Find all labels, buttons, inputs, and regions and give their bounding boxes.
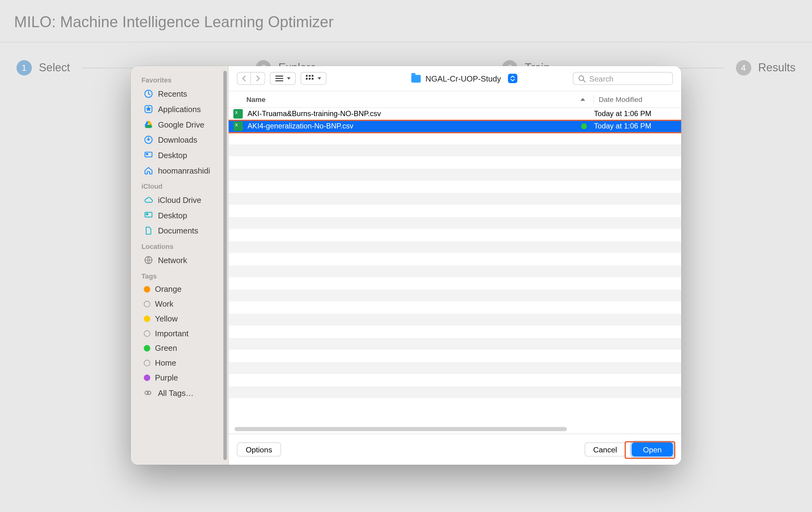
sidebar-item-desktop-icloud[interactable]: Desktop (133, 208, 226, 223)
svg-rect-12 (312, 75, 314, 77)
sidebar-tag-home[interactable]: Home (133, 356, 226, 371)
svg-rect-10 (306, 75, 308, 77)
sidebar-item-label: Applications (158, 105, 201, 114)
view-list-button[interactable] (270, 72, 296, 85)
search-icon (578, 75, 586, 82)
sidebar-item-label: All Tags… (158, 388, 194, 398)
sidebar-heading-favorites: Favorites (131, 72, 228, 86)
desktop-icon (144, 151, 153, 160)
file-list: AKI-Truama&Burns-training-NO-BNP.csv Tod… (229, 108, 681, 434)
file-name: AKI-Truama&Burns-training-NO-BNP.csv (248, 110, 381, 118)
sidebar-scrollbar[interactable] (223, 71, 227, 460)
sidebar-heading-locations: Locations (131, 238, 228, 252)
file-open-dialog: Favorites Recents Applications Google Dr… (131, 66, 681, 465)
file-name: AKI4-generalization-No-BNP.csv (248, 122, 353, 130)
sidebar-item-network[interactable]: Network (133, 252, 226, 268)
step-number: 4 (736, 60, 751, 76)
open-button[interactable]: Open (632, 442, 673, 457)
sidebar-tag-yellow[interactable]: Yellow (133, 311, 226, 326)
clock-icon (144, 89, 153, 99)
options-button[interactable]: Options (237, 442, 281, 457)
home-icon (144, 166, 153, 176)
sidebar-item-downloads[interactable]: Downloads (133, 132, 226, 147)
sidebar-item-desktop[interactable]: Desktop (133, 147, 226, 163)
sidebar-item-label: Desktop (158, 151, 187, 160)
sync-status-icon (581, 123, 587, 129)
sidebar-item-label: Green (155, 344, 177, 353)
svg-rect-4 (146, 153, 148, 155)
svg-rect-14 (309, 78, 311, 80)
view-grid-button[interactable] (300, 72, 326, 85)
globe-icon (144, 255, 153, 265)
sidebar-tag-purple[interactable]: Purple (133, 370, 226, 385)
sidebar-item-label: hoomanrashidi (158, 166, 210, 175)
sidebar-item-label: Desktop (158, 211, 187, 220)
sidebar-item-google-drive[interactable]: Google Drive (133, 117, 226, 132)
sort-indicator[interactable] (577, 98, 589, 101)
folder-icon (411, 75, 421, 82)
nav-back-button[interactable] (237, 72, 251, 85)
column-divider[interactable] (593, 95, 594, 104)
tag-dot-icon (144, 375, 150, 381)
all-tags-icon (144, 388, 153, 398)
nav-forward-button[interactable] (251, 72, 265, 85)
download-icon (144, 135, 153, 144)
search-input[interactable]: Search (573, 72, 673, 85)
tag-dot-icon (144, 360, 150, 366)
sidebar-all-tags[interactable]: All Tags… (133, 385, 226, 401)
google-drive-icon (144, 120, 153, 129)
sidebar-item-label: Network (158, 256, 187, 265)
sidebar-item-applications[interactable]: Applications (133, 102, 226, 117)
chevron-down-icon (317, 77, 321, 80)
sidebar-item-label: iCloud Drive (158, 195, 201, 205)
tag-dot-icon (144, 316, 150, 322)
cancel-button[interactable]: Cancel (584, 442, 626, 457)
folder-dropdown-icon (508, 74, 518, 83)
sidebar-item-label: Work (155, 300, 173, 308)
spreadsheet-icon (233, 122, 243, 131)
step-label: Select (39, 61, 70, 75)
sidebar-tag-important[interactable]: Important (133, 326, 226, 341)
sidebar-item-label: Recents (158, 89, 187, 98)
spreadsheet-icon (233, 109, 243, 119)
file-row-selected[interactable]: AKI4-generalization-No-BNP.csv Today at … (229, 120, 681, 132)
file-date: Today at 1:06 PM (594, 122, 681, 130)
sidebar-item-recents[interactable]: Recents (133, 86, 226, 102)
sidebar-item-icloud-drive[interactable]: iCloud Drive (133, 192, 226, 208)
folder-selector[interactable]: NGAL-Cr-UOP-Study (411, 72, 517, 85)
sidebar-heading-tags: Tags (131, 268, 228, 282)
horizontal-scrollbar[interactable] (234, 427, 567, 431)
list-header: Name Date Modified (229, 91, 681, 108)
dialog-main: NGAL-Cr-UOP-Study Search Name Date Modif… (229, 66, 681, 465)
svg-rect-15 (312, 78, 314, 80)
sidebar-item-label: Downloads (158, 135, 198, 144)
sidebar-tag-orange[interactable]: Orange (133, 282, 226, 297)
column-header-date[interactable]: Date Modified (599, 95, 681, 104)
sidebar-item-documents[interactable]: Documents (133, 223, 226, 238)
cloud-icon (144, 195, 153, 205)
sidebar-heading-icloud: iCloud (131, 178, 228, 192)
tag-dot-icon (144, 301, 150, 307)
svg-rect-13 (306, 78, 308, 80)
dialog-toolbar: NGAL-Cr-UOP-Study Search (229, 66, 681, 91)
sidebar-item-home[interactable]: hoomanrashidi (133, 163, 226, 178)
step-results[interactable]: 4 Results (736, 60, 796, 76)
step-number: 1 (16, 60, 32, 76)
tag-dot-icon (144, 286, 150, 292)
svg-point-9 (147, 391, 151, 394)
doc-icon (144, 226, 153, 236)
step-label: Results (758, 61, 796, 75)
desktop-icon (144, 211, 153, 220)
sidebar-tag-work[interactable]: Work (133, 297, 226, 312)
app-icon (144, 104, 153, 114)
file-row[interactable]: AKI-Truama&Burns-training-NO-BNP.csv Tod… (229, 108, 681, 120)
sidebar: Favorites Recents Applications Google Dr… (131, 66, 229, 465)
svg-point-16 (579, 75, 584, 80)
tag-dot-icon (144, 345, 150, 351)
sidebar-item-label: Orange (155, 285, 181, 294)
chevron-down-icon (287, 77, 290, 80)
sidebar-item-label: Yellow (155, 314, 178, 323)
step-select[interactable]: 1 Select (16, 60, 70, 76)
sidebar-tag-green[interactable]: Green (133, 341, 226, 356)
column-header-name[interactable]: Name (246, 95, 577, 104)
